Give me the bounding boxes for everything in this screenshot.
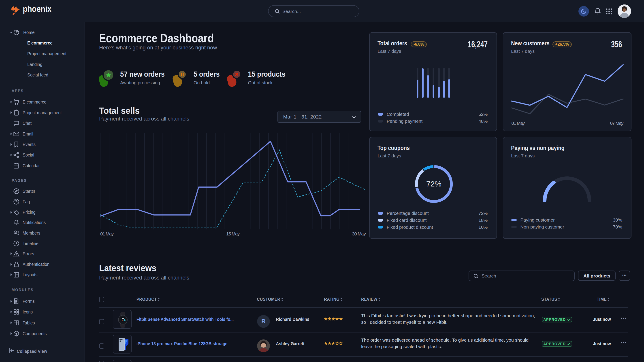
svg-text:15 May: 15 May	[226, 231, 240, 236]
svg-text:30 May: 30 May	[352, 231, 366, 236]
svg-text:01 May: 01 May	[100, 231, 114, 236]
svg-text:01 May: 01 May	[512, 120, 525, 126]
svg-text:07 May: 07 May	[610, 120, 624, 126]
